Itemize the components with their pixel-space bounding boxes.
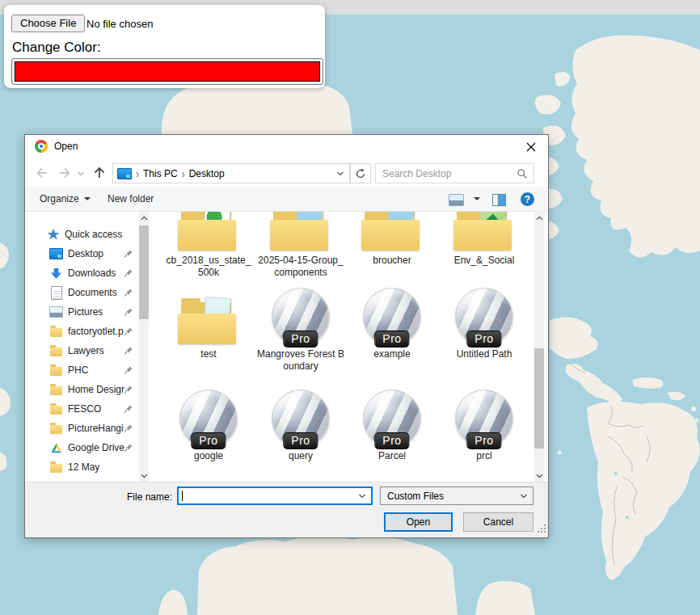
preview-pane-button[interactable] xyxy=(492,194,506,209)
folder-icon xyxy=(49,344,63,358)
scroll-down-button[interactable] xyxy=(534,470,544,482)
cancel-button[interactable]: Cancel xyxy=(463,512,533,532)
document-icon xyxy=(49,286,63,300)
sidebar-scrollbar[interactable] xyxy=(139,212,149,482)
close-icon xyxy=(526,142,536,152)
forward-button[interactable] xyxy=(57,165,74,181)
file-item[interactable]: 2025-04-15-Group_components xyxy=(255,212,347,279)
file-item[interactable]: broucher xyxy=(346,212,438,267)
breadcrumb-desktop[interactable]: Desktop xyxy=(189,168,225,179)
file-item[interactable]: cb_2018_us_state_500k xyxy=(162,212,255,279)
view-mode-dropdown[interactable] xyxy=(469,187,480,211)
open-button[interactable]: Open xyxy=(384,512,453,532)
chevron-right-icon: › xyxy=(136,166,139,180)
file-list: cb_2018_us_state_500k 2025-04-15-Group_c… xyxy=(151,212,534,482)
google-earth-file-icon: Pro xyxy=(346,284,438,346)
file-item[interactable]: Pro google xyxy=(162,386,255,462)
pin-icon xyxy=(124,307,133,319)
up-button[interactable] xyxy=(91,165,108,181)
forward-icon xyxy=(57,165,74,181)
pin-icon xyxy=(124,268,133,280)
file-item[interactable]: Pro prcl xyxy=(438,386,530,462)
pin-icon xyxy=(124,288,133,300)
pin-icon xyxy=(124,385,133,397)
close-button[interactable] xyxy=(517,135,545,158)
new-folder-button[interactable]: New folder xyxy=(108,187,154,211)
search-icon[interactable] xyxy=(517,168,528,179)
breadcrumb-dropdown-button[interactable] xyxy=(336,168,344,179)
view-mode-button[interactable] xyxy=(449,194,464,209)
choose-file-button[interactable]: Choose File xyxy=(11,15,85,32)
scroll-down-button[interactable] xyxy=(139,470,149,482)
no-file-chosen-text: No file chosen xyxy=(86,18,153,30)
google-earth-file-icon: Pro xyxy=(438,386,530,448)
file-item[interactable]: Env_&_Social xyxy=(438,212,530,267)
google-earth-file-icon: Pro xyxy=(255,284,347,346)
text-caret xyxy=(182,491,183,501)
file-type-select[interactable]: Custom Files xyxy=(380,487,533,505)
breadcrumb-this-pc[interactable]: This PC xyxy=(143,168,178,179)
downloads-arrow-icon xyxy=(49,267,63,280)
open-file-dialog: Open › xyxy=(24,134,549,538)
back-button[interactable] xyxy=(33,165,49,181)
folder-map-icon xyxy=(438,212,530,252)
file-upload-card: Choose File No file chosen Change Color: xyxy=(4,5,325,88)
scrollbar-thumb[interactable] xyxy=(534,348,544,449)
search-box xyxy=(375,163,534,183)
change-color-label: Change Color: xyxy=(12,40,101,56)
chevron-down-icon xyxy=(520,493,528,499)
folder-notes-icon xyxy=(162,284,255,346)
chevron-down-icon xyxy=(84,197,91,204)
scrollbar-thumb[interactable] xyxy=(139,225,149,319)
chevron-down-icon xyxy=(336,171,344,177)
file-item[interactable]: Pro example xyxy=(346,284,438,360)
folder-images-icon xyxy=(346,212,438,252)
file-item[interactable]: Pro query xyxy=(255,386,347,462)
quick-access-star-icon xyxy=(46,228,60,242)
breadcrumb[interactable]: › This PC › Desktop xyxy=(112,163,350,183)
folder-icon xyxy=(49,364,63,377)
file-name-label: File name: xyxy=(25,491,172,503)
refresh-button[interactable] xyxy=(350,163,371,183)
color-picker-input[interactable] xyxy=(11,58,323,85)
pin-icon xyxy=(124,249,133,261)
picture-icon xyxy=(49,305,63,319)
folder-icon xyxy=(49,461,63,474)
scroll-up-button[interactable] xyxy=(139,212,149,224)
up-icon xyxy=(91,165,108,181)
navigation-sidebar: Quick access Desktop Downloads Documents xyxy=(25,212,138,482)
pin-icon xyxy=(124,423,133,436)
recent-locations-button[interactable] xyxy=(77,168,93,184)
file-name-input[interactable] xyxy=(177,487,373,505)
file-item[interactable]: Pro Parcel xyxy=(346,386,438,462)
file-item[interactable]: Pro Untitled Path xyxy=(438,284,530,360)
refresh-icon xyxy=(355,168,366,179)
resize-grip[interactable] xyxy=(537,524,546,536)
google-earth-file-icon: Pro xyxy=(346,386,438,448)
search-input[interactable] xyxy=(376,168,517,179)
file-item[interactable]: test xyxy=(162,284,255,360)
chevron-down-icon xyxy=(474,197,480,204)
file-item[interactable]: Pro Mangroves Forest Boundary xyxy=(255,284,347,373)
organize-button[interactable]: Organize xyxy=(40,187,91,211)
folder-shapefile-icon xyxy=(162,212,255,252)
folder-images-icon xyxy=(255,212,347,252)
chevron-right-icon: › xyxy=(182,166,185,180)
google-earth-file-icon: Pro xyxy=(162,386,255,448)
scroll-up-button[interactable] xyxy=(534,212,544,224)
dialog-toolbar: Organize New folder xyxy=(25,187,548,212)
dialog-content: Quick access Desktop Downloads Documents xyxy=(25,212,548,482)
preview-pane-icon xyxy=(492,194,506,206)
this-pc-icon xyxy=(117,168,132,179)
help-button[interactable] xyxy=(521,192,534,206)
chevron-down-icon xyxy=(77,171,85,177)
pin-icon xyxy=(124,326,133,339)
folder-icon xyxy=(49,383,63,397)
pin-icon xyxy=(124,365,133,377)
folder-icon xyxy=(49,325,63,339)
file-list-scrollbar[interactable] xyxy=(534,212,544,482)
dialog-footer: File name: Custom Files Open Cancel xyxy=(25,482,548,537)
google-earth-file-icon: Pro xyxy=(255,386,347,448)
dialog-titlebar[interactable]: Open xyxy=(25,135,548,158)
chevron-down-icon xyxy=(358,493,366,499)
